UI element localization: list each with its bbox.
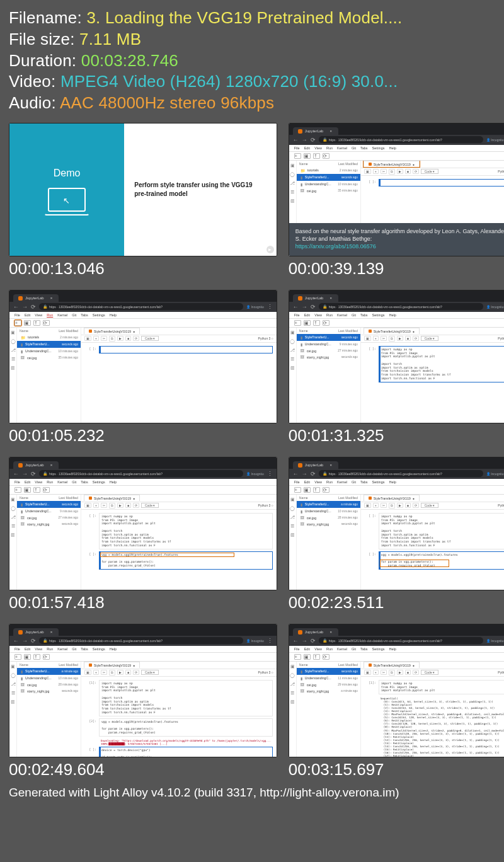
files-icon[interactable]: ▣ bbox=[290, 497, 295, 502]
tabs-icon[interactable]: ▥ bbox=[290, 532, 295, 537]
new-folder-button[interactable]: ▣ bbox=[24, 487, 31, 493]
save-button[interactable]: ▣ bbox=[84, 503, 91, 508]
kernel-name[interactable]: Python 3 ○ bbox=[498, 170, 504, 173]
run-button[interactable]: ▶ bbox=[397, 169, 403, 174]
forward-icon[interactable]: → bbox=[302, 638, 307, 644]
refresh-button[interactable]: ⟳ bbox=[323, 654, 329, 660]
thumbnail-frame[interactable]: JupyterLab × ← → ⟳ 🔒 https · 13036ee8f02… bbox=[289, 123, 504, 256]
add-cell-button[interactable]: + bbox=[373, 169, 379, 174]
add-cell-button[interactable]: + bbox=[373, 336, 379, 341]
copy-button[interactable]: ⧉ bbox=[389, 503, 395, 509]
menu-item[interactable]: Tabs bbox=[360, 647, 368, 651]
add-cell-button[interactable]: + bbox=[373, 670, 379, 675]
file-row[interactable]: ▮ StyleTransferU... seconds ago bbox=[17, 341, 81, 348]
menu-item[interactable]: File bbox=[294, 313, 300, 317]
url-field[interactable]: 🔒 https · 13036ee8f02f19dcb-dot-datalab-… bbox=[39, 637, 243, 644]
new-launcher-button[interactable]: + bbox=[294, 654, 301, 660]
file-row[interactable]: 🖼 cat.jpg 29 minutes ago bbox=[297, 682, 360, 688]
restart-button[interactable]: ⟳ bbox=[413, 670, 419, 675]
menu-item[interactable]: Edit bbox=[304, 313, 310, 317]
commands-icon[interactable]: ☰ bbox=[11, 357, 15, 362]
git-icon[interactable]: ⎇ bbox=[290, 515, 295, 520]
cut-button[interactable]: ✂ bbox=[381, 336, 387, 341]
restart-button[interactable]: ⟳ bbox=[413, 503, 419, 508]
cell-type-select[interactable]: Code ▾ bbox=[141, 503, 159, 508]
url-field[interactable]: 🔒 https · 13036ee8f02f19dcb-dot-datalab-… bbox=[319, 303, 483, 310]
stop-button[interactable]: ■ bbox=[405, 336, 411, 341]
tabs-icon[interactable]: ▥ bbox=[290, 198, 295, 204]
cut-button[interactable]: ✂ bbox=[101, 336, 107, 341]
menu-item[interactable]: Git bbox=[72, 480, 76, 484]
stop-button[interactable]: ■ bbox=[125, 503, 131, 508]
file-row[interactable]: 🖼 cat.jpg 27 minutes ago bbox=[17, 515, 81, 521]
reload-icon[interactable]: ⟳ bbox=[31, 304, 36, 310]
file-row[interactable]: ▮ UnderstandingC... 9 minutes ago bbox=[297, 341, 360, 348]
cell-type-select[interactable]: Code ▾ bbox=[421, 169, 438, 174]
url-field[interactable]: 🔒 https · 13036ee8f02f19dcb-dot-datalab-… bbox=[39, 303, 243, 310]
menu-item[interactable]: Settings bbox=[372, 146, 385, 150]
menu-item[interactable]: Edit bbox=[304, 146, 310, 150]
upload-button[interactable]: ⤒ bbox=[313, 487, 320, 493]
restart-button[interactable]: ⟳ bbox=[133, 670, 139, 675]
browser-tab[interactable]: JupyterLab × bbox=[293, 461, 338, 469]
file-row[interactable]: 🖼 starry_night.jpg a minute ago bbox=[297, 688, 360, 694]
stop-button[interactable]: ■ bbox=[125, 336, 131, 341]
menu-item[interactable]: File bbox=[294, 480, 300, 484]
menu-item[interactable]: View bbox=[314, 647, 322, 651]
file-row[interactable]: ▮ UnderstandingC... 11 minutes ago bbox=[297, 675, 360, 682]
notebook-tab[interactable]: StyleTransferUsingVGG19 ● bbox=[364, 662, 420, 668]
file-row[interactable]: 📁 tutorials 2 minutes ago bbox=[297, 167, 360, 174]
running-icon[interactable]: ◯ bbox=[290, 172, 295, 177]
menu-item[interactable]: Help bbox=[110, 647, 117, 651]
cut-button[interactable]: ✂ bbox=[381, 670, 387, 675]
tabs-icon[interactable]: ▥ bbox=[11, 699, 15, 704]
save-button[interactable]: ▣ bbox=[364, 336, 371, 341]
git-icon[interactable]: ⎇ bbox=[11, 515, 16, 520]
running-icon[interactable]: ◯ bbox=[11, 339, 16, 344]
new-launcher-button[interactable]: + bbox=[294, 320, 301, 326]
kernel-name[interactable]: Python 3 ○ bbox=[258, 503, 273, 507]
menu-item[interactable]: Help bbox=[110, 480, 117, 484]
file-row[interactable]: ▮ UnderstandingC... 10 minutes ago bbox=[17, 348, 81, 355]
thumbnail-frame[interactable]: JupyterLab × ← → ⟳ 🔒 https · 13036ee8f02… bbox=[289, 624, 504, 757]
file-row[interactable]: 🖼 cat.jpg 28 minutes ago bbox=[17, 682, 81, 688]
save-button[interactable]: ▣ bbox=[364, 503, 371, 508]
files-icon[interactable]: ▣ bbox=[11, 330, 15, 335]
git-icon[interactable]: ⎇ bbox=[11, 348, 16, 353]
git-icon[interactable]: ⎇ bbox=[290, 348, 295, 353]
file-row[interactable]: ▮ StyleTransferU... seconds ago bbox=[297, 174, 360, 181]
restart-button[interactable]: ⟳ bbox=[413, 336, 419, 341]
thumbnail-frame[interactable]: JupyterLab × ← → ⟳ 🔒 https · 13036ee8f02… bbox=[289, 457, 504, 590]
menu-icon[interactable]: ⋮ bbox=[267, 304, 273, 310]
menu-item[interactable]: Edit bbox=[25, 647, 30, 651]
stop-button[interactable]: ■ bbox=[125, 670, 131, 675]
save-button[interactable]: ▣ bbox=[84, 670, 91, 675]
run-button[interactable]: ▶ bbox=[117, 670, 123, 675]
menu-item[interactable]: Kernel bbox=[337, 313, 347, 317]
refresh-button[interactable]: ⟳ bbox=[43, 487, 50, 493]
file-row[interactable]: ▮ UnderstandingC... 9 minutes ago bbox=[17, 508, 81, 515]
notebook-tab[interactable]: StyleTransferUsingVGG19 ● bbox=[364, 328, 420, 334]
stop-button[interactable]: ■ bbox=[405, 670, 411, 675]
menu-item[interactable]: Git bbox=[72, 313, 76, 317]
git-icon[interactable]: ⎇ bbox=[290, 181, 295, 186]
thumbnail-frame[interactable]: JupyterLab × ← → ⟳ 🔒 https · 13036ee8f02… bbox=[289, 290, 504, 423]
run-button[interactable]: ▶ bbox=[117, 336, 123, 341]
file-row[interactable]: 🖼 cat.jpg 28 minutes ago bbox=[297, 515, 360, 521]
browser-tab[interactable]: JupyterLab × bbox=[13, 461, 59, 469]
menu-item[interactable]: Run bbox=[47, 480, 53, 484]
file-row[interactable]: ▮ UnderstandingC... 10 minutes ago bbox=[297, 181, 360, 188]
menu-icon[interactable]: ⋮ bbox=[267, 471, 273, 477]
run-button[interactable]: ▶ bbox=[397, 336, 403, 341]
menu-item[interactable]: Edit bbox=[304, 647, 310, 651]
tabs-icon[interactable]: ▥ bbox=[11, 532, 15, 537]
running-icon[interactable]: ◯ bbox=[290, 506, 295, 511]
thumbnail-frame[interactable]: Demo ↖ Perform style transfer using the … bbox=[9, 123, 277, 256]
menu-item[interactable]: Run bbox=[326, 480, 333, 484]
menu-item[interactable]: Tabs bbox=[360, 480, 368, 484]
close-icon[interactable]: × bbox=[329, 463, 332, 467]
upload-button[interactable]: ⤒ bbox=[313, 320, 320, 326]
kernel-name[interactable]: Python 3 ○ bbox=[258, 670, 273, 674]
files-icon[interactable]: ▣ bbox=[11, 497, 15, 502]
upload-button[interactable]: ⤒ bbox=[313, 153, 320, 159]
